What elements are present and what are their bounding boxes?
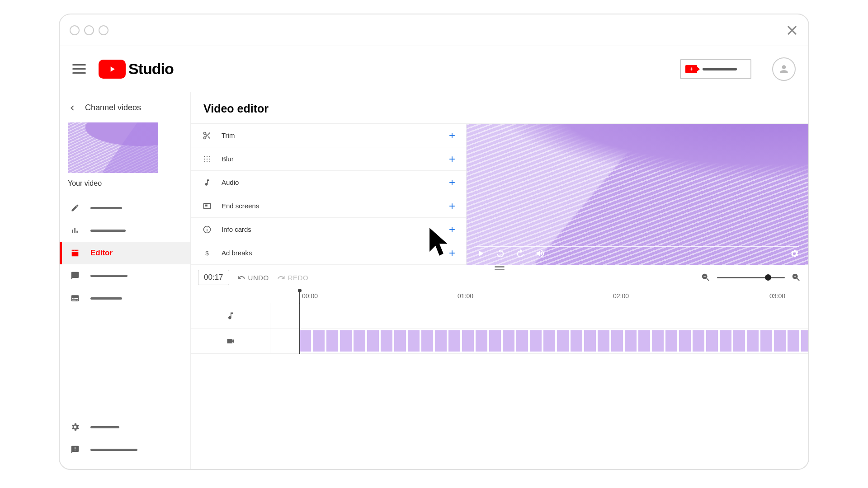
sidebar-item-analytics[interactable]	[60, 219, 190, 242]
app-window: Studio + Channel videos Your video	[59, 14, 809, 470]
redo-icon	[277, 273, 285, 282]
ruler-tick: 03:00	[769, 292, 785, 300]
film-icon	[70, 248, 80, 258]
brand-logo[interactable]: Studio	[99, 60, 174, 79]
redo-button[interactable]: REDO	[277, 273, 308, 282]
back-to-channel-videos[interactable]: Channel videos	[60, 100, 190, 121]
user-avatar[interactable]	[772, 57, 796, 81]
youtube-play-icon	[99, 60, 126, 79]
sidebar-item-subtitles[interactable]	[60, 287, 190, 310]
sidebar-label-placeholder	[90, 449, 137, 451]
zoom-slider-thumb[interactable]	[765, 274, 771, 281]
svg-point-6	[207, 155, 208, 156]
svg-text:$: $	[205, 249, 209, 256]
window-traffic-lights	[70, 25, 108, 35]
zoom-slider[interactable]	[717, 277, 785, 278]
video-clip[interactable]	[299, 330, 808, 352]
sidebar-item-settings[interactable]	[60, 416, 190, 438]
svg-point-11	[204, 161, 205, 162]
blur-grid-icon	[202, 155, 212, 163]
undo-button[interactable]: UNDO	[237, 273, 269, 282]
person-icon	[778, 63, 790, 75]
volume-icon[interactable]	[535, 249, 545, 260]
preview-gear-icon[interactable]	[789, 249, 799, 260]
sidebar: Channel videos Your video Editor	[60, 92, 191, 469]
plus-icon[interactable]: +	[449, 129, 455, 142]
sidebar-item-feedback[interactable]	[60, 438, 190, 461]
window-max-dot[interactable]	[99, 25, 108, 35]
video-thumbnail[interactable]	[68, 122, 158, 173]
svg-line-4	[206, 134, 207, 135]
menu-icon[interactable]	[72, 64, 86, 74]
video-track-body[interactable]	[299, 328, 808, 353]
sidebar-label-placeholder	[90, 230, 126, 232]
drag-handle-icon[interactable]	[495, 266, 505, 270]
timeline-toolbar: 00:17 UNDO REDO	[191, 265, 808, 290]
window-min-dot[interactable]	[84, 25, 94, 35]
audio-track-body[interactable]	[299, 303, 808, 328]
thumbnail-art	[68, 122, 158, 173]
tool-info-cards[interactable]: Info cards +	[191, 218, 466, 241]
create-button[interactable]: +	[680, 59, 751, 79]
sidebar-item-editor[interactable]: Editor	[60, 242, 190, 264]
camera-plus-icon: +	[685, 65, 697, 73]
window-titlebar	[60, 14, 808, 46]
zoom-in-icon[interactable]	[791, 272, 801, 282]
current-time-display[interactable]: 00:17	[198, 270, 229, 285]
main-content: Video editor Trim + Blur + Au	[191, 92, 808, 469]
undo-label: UNDO	[248, 274, 269, 282]
breadcrumb-label: Channel videos	[85, 103, 141, 113]
window-close-dot[interactable]	[70, 25, 80, 35]
video-preview[interactable]	[467, 124, 808, 265]
playhead[interactable]	[299, 290, 300, 303]
music-note-icon	[202, 178, 212, 187]
gear-icon	[70, 422, 80, 432]
sidebar-item-comments[interactable]	[60, 264, 190, 287]
svg-point-9	[207, 158, 208, 159]
info-icon	[202, 225, 212, 234]
plus-icon[interactable]: +	[449, 223, 455, 236]
svg-point-10	[209, 158, 210, 159]
sidebar-label-placeholder	[90, 275, 127, 277]
audio-track-icon	[191, 303, 270, 328]
video-track[interactable]	[191, 328, 808, 354]
tool-label: Blur	[222, 155, 234, 163]
plus-icon[interactable]: +	[449, 176, 455, 189]
subtitles-icon	[70, 294, 80, 303]
ruler-tick: 00:00	[302, 292, 318, 300]
sidebar-item-details[interactable]	[60, 197, 190, 219]
audio-track[interactable]	[191, 303, 808, 328]
svg-point-12	[207, 161, 208, 162]
video-track-icon	[191, 328, 270, 353]
play-icon[interactable]	[476, 249, 486, 260]
plus-icon[interactable]: +	[449, 153, 455, 165]
tool-ad-breaks[interactable]: $ Ad breaks +	[191, 241, 466, 265]
timeline-ruler[interactable]: 00:00 01:00 02:00 03:00	[191, 290, 808, 303]
your-video-label: Your video	[60, 178, 190, 197]
forward-10-icon[interactable]	[515, 249, 525, 260]
svg-point-5	[204, 155, 205, 156]
undo-icon	[237, 273, 245, 282]
pencil-icon	[70, 203, 80, 212]
tool-label: Trim	[222, 131, 235, 139]
tool-audio[interactable]: Audio +	[191, 171, 466, 194]
svg-point-7	[209, 155, 210, 156]
preview-pane	[467, 124, 808, 265]
plus-icon[interactable]: +	[449, 247, 455, 259]
zoom-out-icon[interactable]	[701, 272, 711, 282]
tool-trim[interactable]: Trim +	[191, 124, 466, 147]
replay-10-icon[interactable]	[495, 249, 505, 260]
tool-blur[interactable]: Blur +	[191, 147, 466, 171]
sidebar-item-label: Editor	[90, 249, 113, 258]
ruler-tick: 01:00	[458, 292, 473, 300]
zoom-controls	[701, 272, 801, 282]
svg-rect-15	[205, 204, 208, 206]
tool-label: End screens	[222, 202, 259, 210]
comment-icon	[70, 271, 80, 280]
top-bar: Studio +	[60, 46, 808, 92]
tool-label: Ad breaks	[222, 249, 252, 257]
close-icon[interactable]	[786, 24, 798, 37]
arrow-left-icon	[68, 103, 77, 113]
plus-icon[interactable]: +	[449, 200, 455, 212]
tool-end-screens[interactable]: End screens +	[191, 194, 466, 218]
